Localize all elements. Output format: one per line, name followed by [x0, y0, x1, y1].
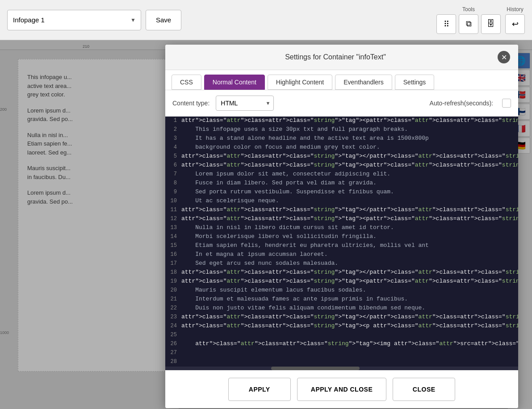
- line-number: 4: [165, 144, 181, 150]
- code-line: 21 Interdum et malesuada fames ac ante i…: [165, 295, 518, 304]
- line-number: 20: [165, 287, 181, 293]
- modal-overlay: Settings for Container "infoText" ✕ CSS …: [0, 40, 532, 409]
- line-content: attr">class="attr">class=attr">class="st…: [181, 162, 518, 168]
- line-content: attr">class="attr">class=attr">class="st…: [181, 269, 518, 275]
- tools-icons: ⠿ ⧉ 🗄: [436, 14, 501, 34]
- code-line: 20 Mauris suscipit elementum lacus fauci…: [165, 286, 518, 295]
- code-line: 14 Morbi scelerisque libero vel sollicit…: [165, 233, 518, 242]
- code-line: 12attr">class="attr">class=attr">class="…: [165, 215, 518, 224]
- line-content: Sed porta rutrum vestibulum. Suspendisse…: [181, 188, 518, 195]
- code-line: 15 Etiam sapien felis, hendrerit eu phar…: [165, 242, 518, 250]
- code-line: 5attr">class="attr">class=attr">class="s…: [165, 152, 518, 161]
- tab-eventhandlers[interactable]: Eventhandlers: [335, 75, 392, 90]
- code-line: 18attr">class="attr">class=attr">class="…: [165, 268, 518, 277]
- code-scrollbar-thumb: [271, 367, 360, 370]
- tab-settings[interactable]: Settings: [395, 75, 435, 90]
- line-number: 24: [165, 322, 181, 329]
- code-line: 27: [165, 349, 518, 358]
- line-number: 23: [165, 313, 181, 320]
- code-line: 11attr">class="attr">class=attr">class="…: [165, 206, 518, 215]
- line-number: 19: [165, 278, 181, 284]
- code-line: 7 Lorem ipsum dolor sit amet, consectetu…: [165, 170, 518, 179]
- line-number: 9: [165, 188, 181, 195]
- line-content: Nulla in nisl in libero dictum cursus si…: [181, 224, 518, 231]
- line-number: 11: [165, 206, 181, 213]
- close-button[interactable]: CLOSE: [393, 378, 455, 401]
- line-number: 12: [165, 215, 181, 222]
- line-number: 13: [165, 224, 181, 231]
- code-line: 17 Sed eget arcu sed nunc sodales malesu…: [165, 259, 518, 268]
- tools-section: Tools ⠿ ⧉ 🗄: [436, 6, 501, 34]
- content-type-select[interactable]: HTML Text Markdown: [216, 96, 274, 111]
- modal-close-button[interactable]: ✕: [498, 51, 510, 63]
- line-content: attr">class="attr">class=attr">class="st…: [181, 206, 518, 213]
- code-line: 16 In et magna at ipsum accumsan laoreet…: [165, 250, 518, 259]
- code-line: 6attr">class="attr">class=attr">class="s…: [165, 161, 518, 170]
- modal-footer: APPLY APPLY AND CLOSE CLOSE: [165, 370, 518, 408]
- line-content: This infopage uses a size 30px txt and f…: [181, 126, 518, 133]
- line-content: Morbi scelerisque libero vel sollicitudi…: [181, 233, 518, 240]
- modal-title: Settings for Container "infoText": [173, 53, 498, 61]
- line-number: 1: [165, 117, 181, 124]
- line-content: Duis non justo vitae felis aliquam condi…: [181, 305, 518, 311]
- code-editor[interactable]: 1attr">class="attr">class=attr">class="s…: [165, 117, 518, 367]
- line-content: attr">class="attr">class=attr">class="st…: [181, 340, 518, 347]
- auto-refresh-checkbox[interactable]: [502, 99, 511, 108]
- code-line: 2 This infopage uses a size 30px txt and…: [165, 125, 518, 134]
- line-number: 17: [165, 260, 181, 267]
- line-content: Etiam sapien felis, hendrerit eu pharetr…: [181, 242, 518, 249]
- code-line: 10 Ut ac scelerisque neque.: [165, 197, 518, 206]
- code-line: 13 Nulla in nisl in libero dictum cursus…: [165, 224, 518, 233]
- save-button[interactable]: Save: [146, 10, 181, 30]
- code-scrollbar[interactable]: [165, 367, 518, 370]
- tab-highlight-content[interactable]: Highlight Content: [268, 75, 332, 90]
- code-line: 3 It has a stand alone headline and the …: [165, 134, 518, 143]
- code-line: 24attr">class="attr">class=attr">class="…: [165, 322, 518, 331]
- line-number: 8: [165, 179, 181, 186]
- line-content: attr">class="attr">class=attr">class="st…: [181, 215, 518, 222]
- tab-css[interactable]: CSS: [172, 75, 201, 90]
- line-number: 27: [165, 349, 181, 356]
- code-line: 28: [165, 358, 518, 367]
- line-number: 10: [165, 197, 181, 204]
- page-select-wrapper: Infopage 1 ▼: [7, 10, 141, 30]
- line-content: Ut ac scelerisque neque.: [181, 197, 518, 204]
- history-label: History: [507, 6, 523, 13]
- code-line: 4 background color on focus and medium g…: [165, 143, 518, 152]
- modal-dialog: Settings for Container "infoText" ✕ CSS …: [165, 45, 518, 408]
- history-icons: ↩: [505, 14, 525, 34]
- line-content: Mauris suscipit elementum lacus faucibus…: [181, 287, 518, 293]
- tools-label: Tools: [462, 6, 475, 13]
- line-number: 28: [165, 358, 181, 365]
- tool-layers-icon[interactable]: ⧉: [459, 14, 478, 34]
- line-number: 21: [165, 296, 181, 302]
- line-content: background color on focus and medium gre…: [181, 144, 518, 150]
- line-content: In et magna at ipsum accumsan laoreet.: [181, 251, 518, 258]
- line-number: 26: [165, 340, 181, 347]
- apply-close-button[interactable]: APPLY AND CLOSE: [297, 378, 386, 401]
- line-number: 25: [165, 331, 181, 338]
- tab-normal-content[interactable]: Normal Content: [204, 75, 265, 90]
- line-content: attr">class="attr">class=attr">class="st…: [181, 153, 518, 159]
- undo-icon[interactable]: ↩: [505, 14, 525, 34]
- line-content: Lorem ipsum dolor sit amet, consectetur …: [181, 171, 518, 177]
- code-line: 8 Fusce in diam libero. Sed porta vel di…: [165, 179, 518, 188]
- apply-button[interactable]: APPLY: [228, 378, 291, 401]
- line-content: attr">class="attr">class=attr">class="st…: [181, 278, 518, 284]
- code-line: 22 Duis non justo vitae felis aliquam co…: [165, 304, 518, 313]
- line-content: It has a stand alone headline and the ac…: [181, 135, 518, 142]
- tool-database-icon[interactable]: 🗄: [481, 14, 501, 34]
- tool-grid-icon[interactable]: ⠿: [436, 14, 456, 34]
- content-type-row: Content type: HTML Text Markdown ▼ Auto-…: [165, 90, 518, 117]
- line-number: 15: [165, 242, 181, 249]
- line-content: attr">class="attr">class=attr">class="st…: [181, 313, 518, 320]
- line-number: 14: [165, 233, 181, 240]
- modal-header: Settings for Container "infoText" ✕: [165, 45, 518, 70]
- page-select[interactable]: Infopage 1: [7, 10, 141, 30]
- code-line: 26 attr">class="attr">class=attr">class=…: [165, 340, 518, 349]
- history-section: History ↩: [505, 6, 525, 34]
- line-number: 7: [165, 171, 181, 177]
- code-line: 1attr">class="attr">class=attr">class="s…: [165, 117, 518, 125]
- line-number: 22: [165, 305, 181, 311]
- auto-refresh-label: Auto-refresh(seconds):: [430, 100, 493, 107]
